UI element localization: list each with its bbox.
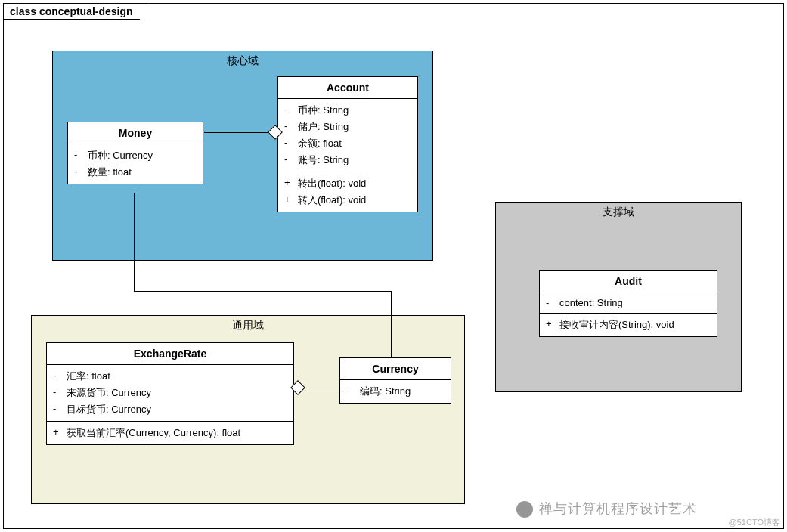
class-exchange-rate-name: ExchangeRate [47,343,293,365]
class-money: Money -币种: Currency -数量: float [67,122,203,184]
package-generic-label: 通用域 [232,319,264,332]
class-account: Account -币种: String -储户: String -余额: flo… [277,76,418,212]
relation-money-currency-v [134,193,135,291]
watermark-logo [516,501,533,518]
class-audit: Audit -content: String +接收审计内容(String): … [539,270,717,337]
watermark-text: 禅与计算机程序设计艺术 [539,500,697,518]
class-money-name: Money [68,122,203,144]
watermark-credit: @51CTO博客 [729,517,780,528]
package-core-label: 核心域 [227,54,259,68]
class-currency: Currency -编码: String [339,357,451,404]
diagram-frame: class conceptual-design 核心域 通用域 支撑域 Mone… [3,3,784,529]
package-support-label: 支撑域 [603,206,634,219]
class-exchange-rate: ExchangeRate -汇率: float -来源货币: Currency … [46,342,294,445]
relation-exchangerate-currency [304,388,339,388]
relation-money-currency-v2 [391,291,392,357]
class-currency-name: Currency [340,358,451,380]
diagram-title: class conceptual-design [3,3,149,20]
relation-account-money [204,132,272,133]
relation-money-currency-h [134,291,391,292]
class-account-name: Account [278,77,417,99]
class-audit-name: Audit [540,271,717,292]
